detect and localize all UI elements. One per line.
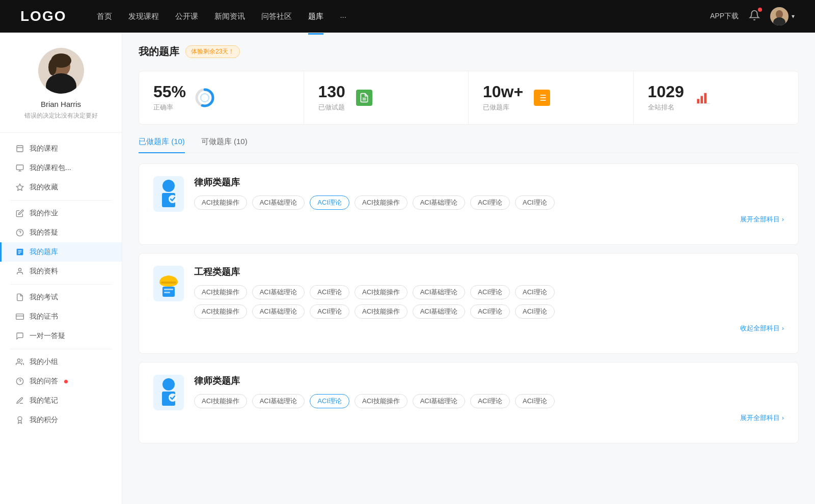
qbank-tag-2-1[interactable]: ACI基础理论 bbox=[252, 394, 305, 408]
qbank-tag-2-6[interactable]: ACI理论 bbox=[515, 394, 555, 408]
qbank-tag-2-2[interactable]: ACI理论 bbox=[310, 394, 349, 408]
qbank-tag-2-0[interactable]: ACI技能操作 bbox=[194, 394, 247, 408]
homework-icon bbox=[15, 209, 24, 218]
sidebar-item-qbank[interactable]: 我的题库 bbox=[0, 242, 122, 262]
sidebar-item-courses[interactable]: 我的课程 bbox=[0, 139, 122, 158]
nav-discover[interactable]: 发现课程 bbox=[128, 10, 159, 23]
profile-avatar bbox=[38, 48, 84, 94]
sidebar-item-exam-label: 我的考试 bbox=[30, 293, 58, 302]
qbank-title-2: 律师类题库 bbox=[194, 375, 784, 387]
qbank-tag-1-1[interactable]: ACI基础理论 bbox=[252, 285, 305, 299]
qbank-tag-0-6[interactable]: ACI理论 bbox=[515, 195, 555, 210]
svg-rect-10 bbox=[16, 165, 23, 170]
nav-opencourse[interactable]: 公开课 bbox=[175, 10, 198, 23]
qbank-tag-1-4[interactable]: ACI基础理论 bbox=[413, 285, 466, 299]
expand-link-0[interactable]: 展开全部科目 › bbox=[194, 215, 784, 224]
qbank-tag-1-8[interactable]: ACI基础理论 bbox=[252, 304, 305, 319]
navbar: LOGO 首页 发现课程 公开课 新闻资讯 问答社区 题库 ··· APP下载 bbox=[0, 0, 815, 33]
qbank-tag-1-13[interactable]: ACI理论 bbox=[515, 304, 555, 319]
nav-home[interactable]: 首页 bbox=[97, 10, 112, 23]
qbank-tag-1-9[interactable]: ACI理论 bbox=[310, 304, 349, 319]
sidebar-item-homework[interactable]: 我的作业 bbox=[0, 204, 122, 223]
stat-done-questions-label: 已做试题 bbox=[318, 103, 345, 112]
stat-accuracy-label: 正确率 bbox=[153, 103, 186, 112]
stat-done-qbanks: 10w+ 已做题库 bbox=[469, 71, 634, 124]
stat-done-qbanks-numbers: 10w+ 已做题库 bbox=[483, 83, 523, 112]
sidebar-item-myqa[interactable]: 我的问答 bbox=[0, 372, 122, 391]
qbank-tag-0-5[interactable]: ACI理论 bbox=[470, 195, 510, 210]
qbank-tag-1-5[interactable]: ACI理论 bbox=[470, 285, 510, 299]
sidebar-item-qa-label: 我的答疑 bbox=[30, 228, 58, 237]
expand-link-2[interactable]: 展开全部科目 › bbox=[194, 413, 784, 423]
svg-point-42 bbox=[162, 180, 175, 192]
sidebar-item-myqa-label: 我的问答 bbox=[30, 377, 58, 386]
svg-point-23 bbox=[17, 359, 20, 361]
page-header: 我的题库 体验剩余23天！ bbox=[139, 45, 799, 59]
qbank-tag-1-7[interactable]: ACI技能操作 bbox=[194, 304, 247, 319]
sidebar-item-1on1[interactable]: 一对一答疑 bbox=[0, 326, 122, 346]
notes-icon bbox=[15, 396, 24, 405]
stat-rank-value: 1029 bbox=[648, 83, 684, 100]
app-download-button[interactable]: APP下载 bbox=[710, 12, 739, 21]
qbank-tag-1-11[interactable]: ACI基础理论 bbox=[413, 304, 466, 319]
qbank-tag-2-3[interactable]: ACI技能操作 bbox=[355, 394, 408, 408]
sidebar-item-profile[interactable]: 我的资料 bbox=[0, 262, 122, 281]
qbank-tag-0-0[interactable]: ACI技能操作 bbox=[194, 195, 247, 210]
notebook-icon bbox=[354, 87, 375, 108]
myqa-badge bbox=[64, 380, 68, 383]
collapse-link-1[interactable]: 收起全部科目 › bbox=[194, 324, 784, 333]
qbank-tag-0-1[interactable]: ACI基础理论 bbox=[252, 195, 305, 210]
qbank-content-0: 律师类题库 ACI技能操作 ACI基础理论 ACI理论 ACI技能操作 ACI基… bbox=[194, 176, 784, 224]
svg-point-26 bbox=[18, 416, 22, 421]
qbank-tag-0-2[interactable]: ACI理论 bbox=[310, 195, 349, 210]
sidebar-item-cert-label: 我的证书 bbox=[30, 312, 58, 321]
sidebar-item-notes-label: 我的笔记 bbox=[30, 396, 58, 405]
svg-rect-38 bbox=[697, 99, 699, 103]
nav-qbank[interactable]: 题库 bbox=[308, 10, 323, 23]
sidebar-item-favorites[interactable]: 我的收藏 bbox=[0, 178, 122, 197]
tabs-row: 已做题库 (10) 可做题库 (10) bbox=[139, 137, 799, 153]
courses-icon bbox=[15, 144, 24, 153]
qbank-tag-0-4[interactable]: ACI基础理论 bbox=[413, 195, 466, 210]
qbank-title-0: 律师类题库 bbox=[194, 176, 784, 188]
nav-news[interactable]: 新闻资讯 bbox=[214, 10, 245, 23]
sidebar-item-course-pkg[interactable]: 我的课程包... bbox=[0, 158, 122, 178]
qbank-tag-1-10[interactable]: ACI技能操作 bbox=[355, 304, 408, 319]
stat-done-qbanks-value: 10w+ bbox=[483, 83, 523, 100]
nav-qa[interactable]: 问答社区 bbox=[261, 10, 292, 23]
svg-point-50 bbox=[162, 378, 175, 390]
user-avatar-wrapper[interactable]: ▾ bbox=[770, 7, 795, 25]
svg-rect-39 bbox=[700, 96, 703, 104]
qbank-tag-0-3[interactable]: ACI技能操作 bbox=[355, 195, 408, 210]
sidebar-item-courses-label: 我的课程 bbox=[30, 144, 58, 153]
nav-more[interactable]: ··· bbox=[340, 10, 346, 23]
sidebar-item-cert[interactable]: 我的证书 bbox=[0, 307, 122, 326]
tab-done[interactable]: 已做题库 (10) bbox=[139, 137, 185, 153]
sidebar-item-course-pkg-label: 我的课程包... bbox=[30, 163, 71, 173]
qbank-tag-1-2[interactable]: ACI理论 bbox=[310, 285, 349, 299]
sidebar-item-exam[interactable]: 我的考试 bbox=[0, 288, 122, 307]
page-title: 我的题库 bbox=[139, 45, 179, 59]
qbank-tag-1-3[interactable]: ACI技能操作 bbox=[355, 285, 408, 299]
sidebar-menu: 我的课程 我的课程包... 我的收藏 我的作业 bbox=[0, 139, 122, 430]
sidebar-item-notes[interactable]: 我的笔记 bbox=[0, 391, 122, 410]
qbank-tag-1-12[interactable]: ACI理论 bbox=[470, 304, 510, 319]
qbank-tag-2-5[interactable]: ACI理论 bbox=[470, 394, 510, 408]
stats-row: 55% 正确率 130 已做试题 bbox=[139, 71, 799, 125]
tab-todo[interactable]: 可做题库 (10) bbox=[201, 137, 248, 153]
sidebar-item-qa[interactable]: 我的答疑 bbox=[0, 223, 122, 242]
qbank-tag-1-6[interactable]: ACI理论 bbox=[515, 285, 555, 299]
profile-motto: 错误的决定比没有决定要好 bbox=[24, 111, 98, 120]
svg-point-1 bbox=[776, 10, 783, 18]
qbank-title-1: 工程类题库 bbox=[194, 266, 784, 278]
sidebar-item-points[interactable]: 我的积分 bbox=[0, 410, 122, 430]
list-img bbox=[534, 90, 550, 106]
stat-done-qbanks-label: 已做题库 bbox=[483, 103, 523, 112]
qbank-tag-1-0[interactable]: ACI技能操作 bbox=[194, 285, 247, 299]
svg-rect-8 bbox=[17, 146, 23, 152]
svg-point-7 bbox=[48, 59, 57, 75]
1on1-icon bbox=[15, 331, 24, 341]
qbank-tag-2-4[interactable]: ACI基础理论 bbox=[413, 394, 466, 408]
notification-bell[interactable] bbox=[749, 10, 760, 23]
sidebar-item-group[interactable]: 我的小组 bbox=[0, 352, 122, 372]
